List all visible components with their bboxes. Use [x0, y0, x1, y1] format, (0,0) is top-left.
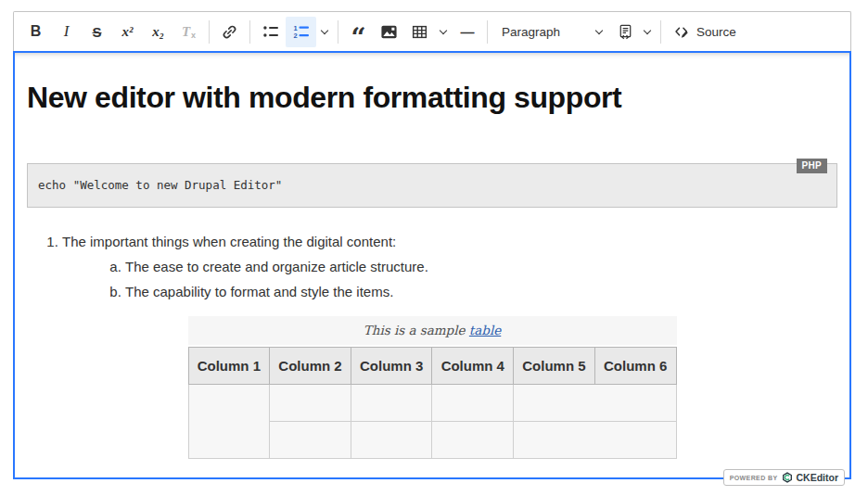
toolbar-separator — [338, 20, 338, 44]
table-header-cell[interactable]: Column 3 — [351, 348, 432, 385]
numbered-list-button[interactable]: 1 2 — [286, 17, 316, 47]
document-heading[interactable]: New editor with modern formatting suppor… — [27, 82, 837, 114]
table-cell[interactable] — [270, 422, 351, 459]
horizontal-line-icon: — — [461, 24, 474, 40]
strikethrough-icon: S — [92, 24, 101, 40]
ordered-list: The important things when creating the d… — [27, 229, 837, 304]
link-button[interactable] — [214, 17, 245, 47]
strikethrough-button[interactable]: S — [82, 17, 112, 47]
table-cell[interactable] — [432, 385, 514, 422]
powered-by-label: POWERED BY — [730, 475, 778, 481]
toolbar-separator — [249, 20, 250, 44]
list-item[interactable]: The important things when creating the d… — [62, 229, 837, 304]
toolbar-separator — [209, 20, 210, 44]
toolbar-separator — [487, 20, 488, 44]
remove-format-icon: T — [182, 24, 190, 40]
table-header-cell[interactable]: Column 1 — [188, 348, 270, 385]
subscript-icon: x₂ — [152, 24, 164, 40]
table-cell[interactable] — [514, 385, 676, 422]
bold-icon: B — [31, 23, 42, 40]
table-cell[interactable] — [270, 385, 351, 422]
ckeditor-badge[interactable]: POWERED BY CKEditor — [723, 469, 845, 486]
editor-toolbar: B I S x² x₂ T x — [13, 11, 851, 51]
table-icon — [411, 23, 428, 41]
code-block[interactable]: PHP echo "Welcome to new Drupal Editor" — [27, 163, 837, 208]
horizontal-line-button[interactable]: — — [452, 17, 482, 47]
image-icon — [380, 23, 398, 41]
table-cell[interactable] — [188, 385, 270, 459]
numbered-list-icon: 1 2 — [293, 23, 310, 40]
toolbar-separator — [660, 20, 661, 44]
source-button[interactable]: Source — [666, 17, 744, 47]
code-block-icon — [617, 23, 634, 41]
bold-button[interactable]: B — [20, 17, 51, 47]
table-header-row: Column 1 Column 2 Column 3 Column 4 Colu… — [188, 348, 676, 385]
chevron-down-icon — [644, 28, 652, 36]
superscript-button[interactable]: x² — [112, 17, 143, 47]
table-header-cell[interactable]: Column 5 — [514, 348, 595, 385]
italic-icon: I — [64, 22, 70, 41]
table-widget[interactable]: This is a sample table Column 1 Column 2… — [188, 316, 677, 459]
code-block-button[interactable] — [611, 17, 639, 47]
code-text[interactable]: echo "Welcome to new Drupal Editor" — [38, 178, 282, 192]
link-icon — [221, 23, 238, 41]
ckeditor-brand-label: CKEditor — [797, 472, 839, 483]
superscript-icon: x² — [122, 24, 134, 40]
subscript-button[interactable]: x₂ — [143, 17, 173, 47]
bulleted-list-icon — [262, 23, 279, 40]
list-dropdown-button[interactable] — [316, 17, 333, 47]
ckeditor-logo-icon — [782, 472, 793, 483]
source-label: Source — [696, 25, 736, 39]
table-cell[interactable] — [514, 422, 676, 459]
table-header-cell[interactable]: Column 4 — [432, 348, 514, 385]
block-quote-icon: “ — [351, 22, 365, 42]
insert-image-button[interactable] — [374, 17, 404, 47]
caption-link[interactable]: table — [469, 323, 501, 337]
table-header-cell[interactable]: Column 6 — [594, 348, 676, 385]
ordered-sub-list: The ease to create and organize article … — [62, 254, 837, 304]
code-block-dropdown-button[interactable] — [639, 17, 656, 47]
italic-button[interactable]: I — [51, 17, 82, 47]
data-table: Column 1 Column 2 Column 3 Column 4 Colu… — [188, 347, 677, 459]
code-language-badge: PHP — [797, 159, 827, 173]
editor-content-area[interactable]: New editor with modern formatting suppor… — [13, 51, 851, 479]
table-cell[interactable] — [351, 422, 432, 459]
chevron-down-icon — [440, 28, 448, 36]
chevron-down-icon — [594, 28, 603, 36]
table-header-cell[interactable]: Column 2 — [270, 348, 351, 385]
table-dropdown-button[interactable] — [435, 17, 452, 47]
table-row — [188, 385, 676, 422]
list-item[interactable]: The capability to format and style the i… — [125, 279, 837, 304]
list-item[interactable]: The ease to create and organize article … — [125, 254, 837, 279]
table-cell[interactable] — [432, 422, 514, 459]
rich-text-editor: B I S x² x₂ T x — [13, 11, 851, 479]
remove-format-button: T x — [173, 17, 204, 47]
block-quote-button[interactable]: “ — [343, 17, 374, 47]
bulleted-list-button[interactable] — [255, 17, 286, 47]
table-cell[interactable] — [351, 385, 432, 422]
insert-table-button[interactable] — [404, 17, 435, 47]
paragraph-format-label: Paragraph — [502, 25, 560, 39]
source-icon — [673, 23, 691, 41]
paragraph-format-dropdown[interactable]: Paragraph — [492, 17, 611, 47]
chevron-down-icon — [321, 28, 329, 36]
table-caption[interactable]: This is a sample table — [188, 316, 677, 345]
svg-text:2: 2 — [293, 32, 297, 40]
